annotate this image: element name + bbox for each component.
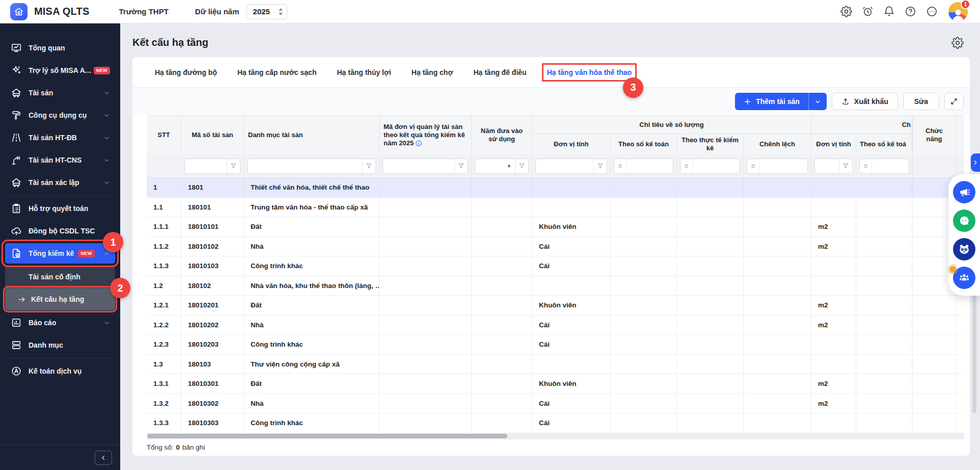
table-row[interactable]: 1.3.318010303Công trình khácCái bbox=[147, 413, 964, 433]
sidebar-item-tong-quan[interactable]: Tổng quan bbox=[5, 38, 115, 58]
column-header-unit-code[interactable]: Mã đơn vị quản lý tài sản theo kết quả t… bbox=[379, 116, 472, 154]
clipboard-check-icon bbox=[10, 202, 22, 215]
filter-funnel-icon[interactable] bbox=[454, 159, 468, 173]
table-row[interactable]: 1.2.318010203Công trình khácCái bbox=[147, 335, 964, 355]
filter-asset-code-input[interactable] bbox=[185, 159, 227, 173]
tab-ha-tang-de-dieu[interactable]: Hạ tầng đê điều bbox=[473, 68, 526, 76]
fullscreen-button[interactable] bbox=[944, 93, 964, 110]
filter-per-book-2-input[interactable] bbox=[872, 159, 909, 173]
cell-year bbox=[472, 413, 532, 433]
tab-ha-tang-cho[interactable]: Hạ tầng chợ bbox=[412, 68, 453, 76]
notification-bell-icon[interactable] bbox=[883, 6, 895, 17]
panel-expander-button[interactable] bbox=[971, 153, 980, 172]
column-header-uom-2[interactable]: Đơn vị tính bbox=[811, 134, 856, 154]
column-header-per-book-2[interactable]: Theo sổ kế toá bbox=[856, 134, 913, 154]
tab-ha-tang-thuy-loi[interactable]: Hạ tầng thủy lợi bbox=[337, 68, 391, 76]
cell-uom-quantity: Cái bbox=[532, 335, 611, 354]
chat-button[interactable] bbox=[953, 210, 975, 232]
add-asset-dropdown-button[interactable] bbox=[808, 93, 827, 110]
year-select[interactable]: 2025 bbox=[247, 4, 287, 19]
cell-actions bbox=[913, 355, 956, 374]
table-row[interactable]: 11801Thiết chế văn hóa, thiết chế thể th… bbox=[147, 178, 964, 198]
table-row[interactable]: 1.1180101Trung tâm văn hóa - thể thao cấ… bbox=[147, 198, 964, 218]
sidebar-item-cong-cu-dung-cu[interactable]: Công cụ dụng cụ bbox=[5, 105, 115, 125]
table-row[interactable]: 1.2.118010201ĐấtKhuôn viênm2 bbox=[147, 296, 964, 316]
column-header-per-actual[interactable]: Theo thực tế kiểm kê bbox=[677, 134, 744, 154]
community-button[interactable] bbox=[953, 267, 975, 289]
export-button[interactable]: Xuất khẩu bbox=[832, 93, 898, 110]
sidebar-collapse-button[interactable] bbox=[95, 451, 112, 465]
tab-ha-tang-cap-nuoc-sach[interactable]: Hạ tầng cấp nước sạch bbox=[237, 68, 316, 76]
sidebar-item-tro-ly-so-misa-ava[interactable]: Trợ lý số MISA AVANEW bbox=[5, 60, 115, 81]
filter-per-actual-input[interactable] bbox=[693, 159, 740, 173]
sidebar-item-tai-san-xac-lap[interactable]: Tài sản xác lập bbox=[5, 172, 115, 193]
filter-year-select[interactable]: ▼ bbox=[475, 159, 515, 173]
tab-ha-tang-van-hoa-the-thao[interactable]: Hạ tầng văn hóa thể thao bbox=[547, 68, 632, 76]
equals-operator[interactable]: = bbox=[860, 159, 872, 173]
sidebar-item-label: Kế toán dịch vụ bbox=[29, 367, 81, 375]
sidebar-item-ke-toan-dich-vu[interactable]: Kế toán dịch vụ bbox=[5, 361, 115, 381]
assistant-button[interactable] bbox=[953, 238, 975, 260]
reminder-clock-icon[interactable] bbox=[862, 6, 874, 17]
column-header-asset-category[interactable]: Danh mục tài sản bbox=[244, 116, 379, 154]
edit-button[interactable]: Sửa bbox=[903, 93, 939, 110]
table-row[interactable]: 1.3.118010301ĐấtKhuôn viênm2 bbox=[147, 374, 964, 394]
table-row[interactable]: 1.3180103Thư viện công cộng cấp xã bbox=[147, 355, 964, 375]
more-icon[interactable] bbox=[926, 6, 938, 17]
equals-operator[interactable]: = bbox=[614, 159, 627, 173]
equals-operator[interactable]: = bbox=[680, 159, 693, 173]
cell-stt: 1.1.2 bbox=[147, 237, 181, 256]
filter-funnel-icon[interactable] bbox=[593, 159, 607, 173]
sidebar-item-bao-cao[interactable]: Báo cáo bbox=[5, 312, 115, 333]
sidebar-subitem-tai-san-co-dinh[interactable]: Tài sản cố định bbox=[5, 266, 115, 288]
filter-per-book-input[interactable] bbox=[627, 159, 673, 173]
filter-unit-code-input[interactable] bbox=[383, 159, 454, 173]
megaphone-button[interactable] bbox=[953, 181, 975, 203]
document-check-icon bbox=[10, 247, 22, 259]
horizontal-scrollbar[interactable] bbox=[147, 434, 507, 438]
filter-uom-quantity-input[interactable] bbox=[536, 159, 593, 173]
filter-uom-2-input[interactable] bbox=[815, 159, 839, 173]
settings-icon[interactable] bbox=[840, 6, 852, 17]
user-avatar[interactable]: 1 bbox=[948, 2, 968, 21]
cell-name: Nhà văn hóa, khu thể thao thôn (làng, … bbox=[244, 276, 379, 296]
filter-asset-category-input[interactable] bbox=[248, 159, 362, 173]
column-header-year-in-use[interactable]: Năm đưa vào sử dụng bbox=[472, 116, 532, 154]
sidebar-item-ho-tro-quyet-toan[interactable]: Hỗ trợ quyết toán bbox=[5, 198, 115, 219]
info-icon[interactable] bbox=[415, 140, 422, 147]
spinner-icon[interactable] bbox=[278, 8, 283, 16]
sidebar-item-tai-san-ht-cns[interactable]: Tài sản HT-CNS bbox=[5, 150, 115, 170]
table-row[interactable]: 1.3.218010302NhàCáim2 bbox=[147, 394, 964, 414]
cell-code: 18010302 bbox=[181, 394, 244, 413]
column-header-per-book[interactable]: Theo sổ kế toán bbox=[611, 134, 677, 154]
sidebar-item-tai-san[interactable]: Tài sản bbox=[5, 83, 115, 103]
help-icon[interactable] bbox=[905, 6, 916, 17]
filter-funnel-icon[interactable] bbox=[362, 159, 375, 173]
equals-operator[interactable]: = bbox=[747, 159, 759, 173]
cell-name: Trung tâm văn hóa - thể thao cấp xã bbox=[244, 198, 379, 217]
cell-per-book-2 bbox=[856, 198, 913, 217]
column-header-asset-code[interactable]: Mã số tài sản bbox=[181, 116, 244, 154]
column-header-difference[interactable]: Chênh lệch bbox=[744, 134, 811, 154]
filter-funnel-icon[interactable] bbox=[515, 159, 528, 173]
filter-difference-input[interactable] bbox=[759, 159, 807, 173]
table-row[interactable]: 1.2180102Nhà văn hóa, khu thể thao thôn … bbox=[147, 276, 964, 296]
sidebar-subitem-ket-cau-ha-tang[interactable]: Kết cấu hạ tầng bbox=[5, 288, 115, 310]
sidebar-item-tai-san-ht-db[interactable]: Tài sản HT-ĐB bbox=[5, 127, 115, 148]
column-header-uom-quantity[interactable]: Đơn vị tính bbox=[532, 134, 611, 154]
pipe-icon bbox=[10, 154, 22, 166]
filter-funnel-icon[interactable] bbox=[839, 159, 852, 173]
filter-funnel-icon[interactable] bbox=[227, 159, 240, 173]
sidebar-item-dong-bo-csdl-tsc[interactable]: Đồng bộ CSDL TSC bbox=[5, 221, 115, 241]
sidebar-item-tong-kiem-ke[interactable]: Tổng kiểm kêNEW bbox=[5, 243, 115, 264]
table-row[interactable]: 1.1.118010101ĐấtKhuôn viênm2 bbox=[147, 217, 964, 237]
group-header-quantity: Chỉ tiêu về số lượng bbox=[532, 116, 811, 134]
table-settings-icon[interactable] bbox=[951, 37, 964, 49]
add-asset-button[interactable]: Thêm tài sản bbox=[735, 93, 808, 110]
table-row[interactable]: 1.2.218010202NhàCáim2 bbox=[147, 316, 964, 335]
table-row[interactable]: 1.1.318010103Công trình khácCái bbox=[147, 256, 964, 276]
table-row[interactable]: 1.1.218010102NhàCáim2 bbox=[147, 237, 964, 257]
column-header-stt[interactable]: STT bbox=[147, 116, 181, 154]
tab-ha-tang-duong-bo[interactable]: Hạ tầng đường bộ bbox=[155, 68, 217, 76]
sidebar-item-danh-muc[interactable]: Danh mục bbox=[5, 335, 115, 355]
